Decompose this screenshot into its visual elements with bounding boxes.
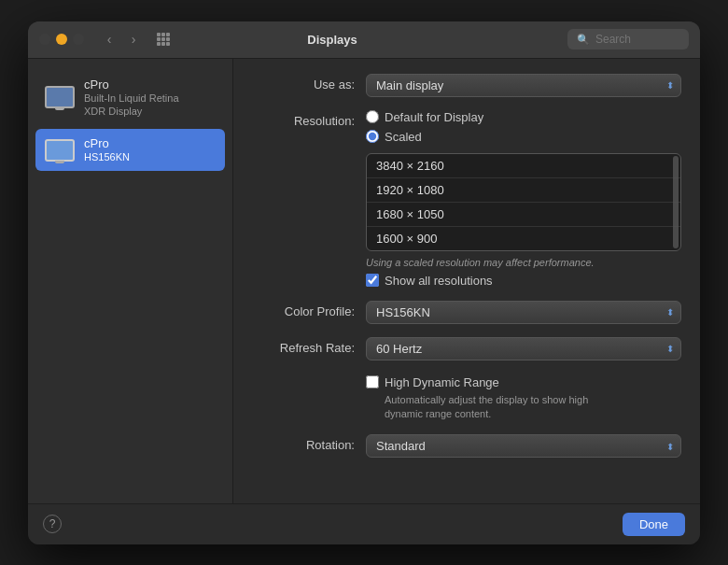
rotation-label: Rotation: [252,434,355,452]
resolution-item-2[interactable]: 1680 × 1050 [367,203,680,227]
resolution-control: Default for Display Scaled 3840 × 2160 1… [366,110,681,288]
use-as-label: Use as: [252,74,355,92]
rotation-select[interactable]: Standard 90° 180° 270° [366,434,681,458]
display-info-1: cPro Built-In Liquid Retina XDR Display [84,78,179,119]
color-profile-label: Color Profile: [252,301,355,318]
sidebar-item-display-2[interactable]: cPro HS156KN [35,129,225,171]
show-all-checkbox[interactable] [366,274,379,287]
resolution-row: Resolution: Default for Display Scaled [252,110,681,288]
rotation-control: Standard 90° 180° 270° [366,434,681,458]
radio-default-input[interactable] [366,110,379,123]
hdr-label: High Dynamic Range [385,375,499,389]
search-input[interactable] [595,33,679,46]
radio-scaled-label: Scaled [385,130,422,144]
display-name-2: cPro [84,136,130,150]
traffic-lights [39,34,84,45]
hdr-control: High Dynamic Range Automatically adjust … [366,374,681,422]
refresh-rate-control: 60 Hertz 30 Hertz [366,337,681,360]
hdr-section: High Dynamic Range Automatically adjust … [366,375,681,422]
titlebar: ‹ › Displays 🔍 [28,21,700,59]
perf-warning: Using a scaled resolution may affect per… [366,257,681,268]
hdr-row: High Dynamic Range Automatically adjust … [252,374,681,422]
use-as-select[interactable]: Main display Mirror for Built-In Display… [366,74,681,97]
resolution-list: 3840 × 2160 1920 × 1080 1680 × 1050 1600… [366,153,681,251]
display-name-1: cPro [84,78,179,92]
displays-window: ‹ › Displays 🔍 [28,21,700,544]
use-as-row: Use as: Main display Mirror for Built-In… [252,74,681,97]
display-icon-1 [45,86,75,108]
hdr-checkbox[interactable] [366,375,379,388]
resolution-radio-group: Default for Display Scaled [366,110,681,144]
color-profile-control: HS156KN [366,301,681,324]
sidebar-item-display-1[interactable]: cPro Built-In Liquid Retina XDR Display [35,70,225,126]
color-profile-select-wrapper: HS156KN [366,301,681,324]
display-icon-2 [45,139,75,162]
refresh-rate-select[interactable]: 60 Hertz 30 Hertz [366,337,681,360]
color-profile-select[interactable]: HS156KN [366,301,681,324]
help-button[interactable]: ? [43,515,62,533]
maximize-button[interactable] [73,34,84,45]
resolution-scrollbar [673,156,679,248]
search-box[interactable]: 🔍 [567,29,689,49]
resolution-item-3[interactable]: 1600 × 900 [367,227,680,250]
rotation-select-wrapper: Standard 90° 180° 270° [366,434,681,458]
display-sub-2: HS156KN [84,150,130,163]
refresh-rate-row: Refresh Rate: 60 Hertz 30 Hertz [252,337,681,360]
minimize-button[interactable] [56,34,67,45]
hdr-checkbox-item[interactable]: High Dynamic Range [366,375,681,389]
right-panel: Use as: Main display Mirror for Built-In… [233,59,700,503]
close-button[interactable] [39,34,50,45]
hdr-description: Automatically adjust the display to show… [385,393,681,422]
use-as-control: Main display Mirror for Built-In Display… [366,74,681,97]
window-title: Displays [105,33,560,47]
show-all-resolutions[interactable]: Show all resolutions [366,274,681,288]
display-info-2: cPro HS156KN [84,136,130,163]
refresh-rate-label: Refresh Rate: [252,337,355,355]
done-button[interactable]: Done [623,513,685,536]
use-as-select-wrapper: Main display Mirror for Built-In Display… [366,74,681,97]
color-profile-row: Color Profile: HS156KN [252,301,681,324]
resolution-item-0[interactable]: 3840 × 2160 [367,154,680,178]
search-icon: 🔍 [577,34,590,46]
hdr-spacer [252,374,355,377]
bottom-bar: ? Done [28,503,700,544]
radio-default[interactable]: Default for Display [366,110,681,124]
refresh-rate-select-wrapper: 60 Hertz 30 Hertz [366,337,681,360]
show-all-label: Show all resolutions [385,274,493,288]
radio-scaled-input[interactable] [366,130,379,143]
main-content: cPro Built-In Liquid Retina XDR Display … [28,59,700,503]
radio-default-label: Default for Display [385,110,483,124]
resolution-label: Resolution: [252,110,355,128]
sidebar: cPro Built-In Liquid Retina XDR Display … [28,59,233,503]
resolution-item-1[interactable]: 1920 × 1080 [367,178,680,203]
display-sub-1: Built-In Liquid Retina XDR Display [84,92,179,119]
rotation-row: Rotation: Standard 90° 180° 270° [252,434,681,458]
radio-scaled[interactable]: Scaled [366,130,681,144]
